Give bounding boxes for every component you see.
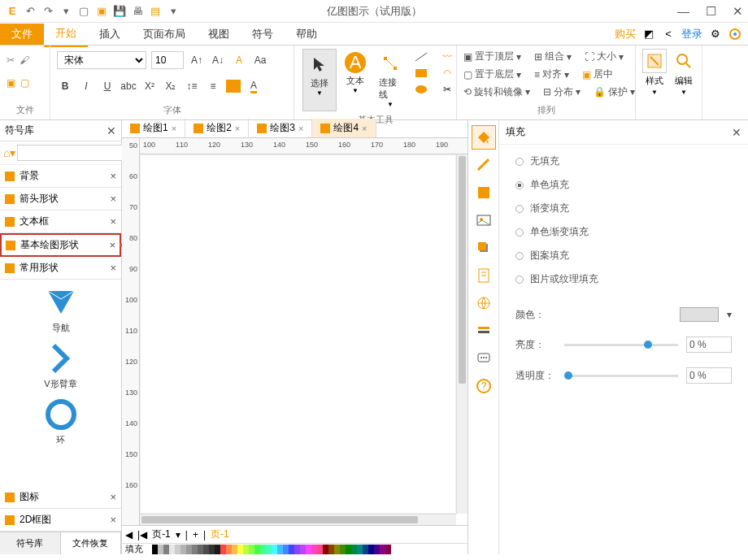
color-swatch[interactable]	[385, 545, 391, 554]
rotate-button[interactable]: ⟲ 旋转和镜像 ▾	[463, 85, 530, 99]
bring-front-button[interactable]: ▣ 置于顶层 ▾	[463, 50, 521, 63]
clear-format-icon[interactable]: A	[231, 51, 247, 69]
file-menu-button[interactable]: 文件	[0, 24, 44, 45]
page-dropdown-icon[interactable]: ▾	[176, 529, 180, 540]
canvas-page[interactable]	[140, 154, 456, 514]
line-tab-icon[interactable]	[472, 153, 496, 177]
color-swatch[interactable]	[146, 545, 152, 554]
ellipse-tool-icon[interactable]	[413, 83, 429, 96]
select-tool[interactable]: 选择 ▼	[302, 49, 337, 111]
color-swatch[interactable]	[158, 545, 163, 554]
doc-tab[interactable]: 绘图1×	[122, 119, 185, 137]
color-swatch[interactable]	[192, 545, 198, 554]
color-swatch[interactable]	[368, 545, 374, 554]
cloud-icon[interactable]: ◩	[642, 28, 655, 41]
export-icon[interactable]: ▤	[148, 4, 163, 19]
color-swatch[interactable]	[203, 545, 209, 554]
page-prev-icon[interactable]: |◀	[137, 529, 147, 540]
color-swatch[interactable]	[220, 545, 226, 554]
login-link[interactable]: 登录	[681, 27, 702, 41]
new-icon[interactable]: ▢	[76, 4, 91, 19]
color-swatch[interactable]	[289, 545, 294, 554]
color-swatch[interactable]	[237, 545, 243, 554]
left-tab-library[interactable]: 符号库	[0, 532, 61, 554]
color-swatch[interactable]	[209, 545, 215, 554]
category-常用形状[interactable]: 常用形状×	[0, 257, 121, 280]
transparency-slider[interactable]	[564, 375, 678, 377]
center-button[interactable]: ▣ 居中	[582, 67, 613, 81]
text-tool[interactable]: A 文本 ▼	[340, 49, 371, 111]
color-swatch[interactable]	[186, 545, 192, 554]
color-swatch[interactable]	[294, 545, 300, 554]
page-tab-icon[interactable]	[472, 263, 496, 288]
qat-more[interactable]: ▾	[166, 4, 180, 19]
color-swatch[interactable]	[306, 545, 311, 554]
color-swatch[interactable]	[180, 545, 186, 554]
brush-icon[interactable]: 🖌	[20, 54, 29, 66]
open-icon[interactable]: ▣	[94, 4, 109, 19]
color-swatch[interactable]	[317, 545, 323, 554]
case-icon[interactable]: Aa	[252, 51, 268, 69]
color-swatch[interactable]	[357, 545, 363, 554]
color-swatch[interactable]	[243, 545, 249, 554]
group-button[interactable]: ⊞ 组合 ▾	[534, 50, 572, 63]
brightness-value[interactable]: 0 %	[686, 336, 732, 353]
gear-icon[interactable]: ⚙	[709, 28, 722, 41]
canvas[interactable]: 100110120130140150160170180190	[140, 138, 468, 525]
page-add-icon[interactable]: +	[193, 529, 198, 540]
color-swatch[interactable]	[334, 545, 340, 554]
color-swatch[interactable]	[346, 545, 351, 554]
color-swatch[interactable]	[175, 545, 180, 554]
doc-tab[interactable]: 绘图2×	[185, 119, 249, 137]
shadow-tab-icon[interactable]	[472, 236, 496, 260]
curve-tool-icon[interactable]: 〰	[439, 50, 455, 63]
color-swatch[interactable]	[232, 545, 237, 554]
color-swatch[interactable]	[198, 545, 203, 554]
color-swatch[interactable]	[300, 545, 306, 554]
hyperlink-tab-icon[interactable]	[472, 291, 496, 315]
transparency-value[interactable]: 0 %	[686, 367, 732, 384]
bold-button[interactable]: B	[57, 77, 73, 95]
buy-link[interactable]: 购买	[615, 27, 636, 41]
maximize-icon[interactable]: ☐	[706, 4, 716, 19]
fill-option[interactable]: 图案填充	[515, 249, 732, 263]
color-swatch[interactable]	[351, 545, 357, 554]
shape-nav[interactable]: 导航	[7, 286, 115, 334]
highlight-icon[interactable]	[226, 80, 241, 93]
page-first-icon[interactable]: ◀	[125, 529, 133, 540]
color-swatch[interactable]	[272, 545, 277, 554]
horizontal-scrollbar[interactable]	[140, 514, 456, 525]
fill-tab-icon[interactable]	[472, 125, 496, 150]
rect-tool-icon[interactable]	[413, 67, 429, 80]
color-swatch[interactable]	[169, 545, 175, 554]
shape-tab-icon[interactable]	[472, 180, 496, 205]
size-button[interactable]: ⛶ 大小 ▾	[585, 50, 624, 63]
italic-button[interactable]: I	[78, 77, 94, 95]
doc-tab[interactable]: 绘图4×	[312, 119, 376, 137]
tab-layout[interactable]: 页面布局	[132, 22, 197, 46]
protect-button[interactable]: 🔒 保护 ▾	[594, 85, 635, 99]
line-spacing-icon[interactable]: ↕≡	[184, 77, 200, 95]
color-swatch[interactable]	[249, 545, 254, 554]
send-back-button[interactable]: ▢ 置于底层 ▾	[463, 67, 521, 81]
tab-insert[interactable]: 插入	[88, 22, 132, 46]
brightness-slider[interactable]	[564, 344, 678, 346]
fill-option[interactable]: 渐变填充	[515, 202, 732, 215]
doc-tab[interactable]: 绘图3×	[249, 119, 312, 137]
color-swatch[interactable]	[380, 545, 385, 554]
edit-button[interactable]: 编辑 ▼	[672, 49, 696, 96]
fill-option[interactable]: 单色渐变填充	[515, 225, 732, 239]
increase-font-icon[interactable]: A↑	[189, 51, 205, 69]
style-button[interactable]: 样式 ▼	[642, 49, 667, 96]
category-箭头形状[interactable]: 箭头形状×	[0, 188, 121, 211]
tab-symbol[interactable]: 符号	[241, 22, 285, 46]
layers-tab-icon[interactable]	[472, 319, 496, 343]
tab-view[interactable]: 视图	[197, 22, 241, 46]
image-tab-icon[interactable]	[472, 208, 496, 232]
strikethrough-button[interactable]: abc	[120, 77, 137, 95]
arc-tool-icon[interactable]: ◠	[439, 67, 455, 80]
page-name[interactable]: 页-1	[152, 527, 171, 541]
fill-option[interactable]: 单色填充	[515, 178, 732, 192]
left-tab-recovery[interactable]: 文件恢复	[61, 532, 122, 554]
format-painter-icon[interactable]: ✂	[7, 54, 15, 66]
